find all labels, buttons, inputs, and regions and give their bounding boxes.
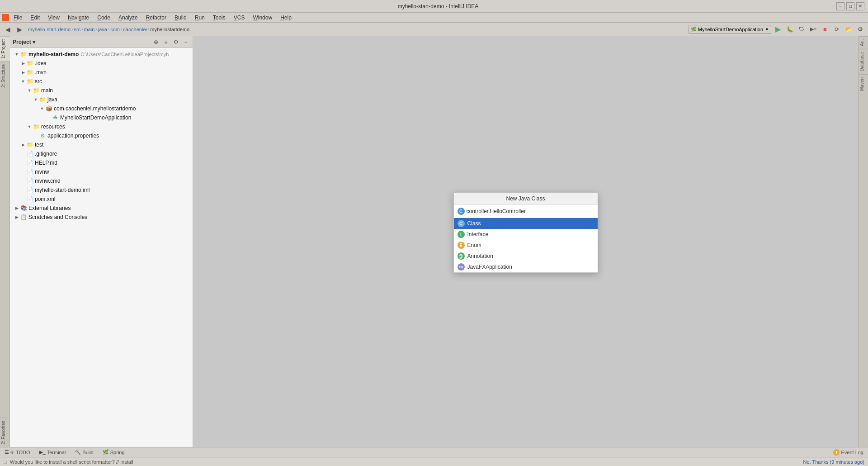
- menu-vcs[interactable]: VCS: [230, 14, 249, 22]
- new-class-name-input[interactable]: [467, 208, 594, 214]
- dialog-item-annotation[interactable]: @ Annotation: [454, 251, 598, 262]
- menu-refactor[interactable]: Refactor: [142, 14, 170, 22]
- window-title: myhello-start-demo - IntelliJ IDEA: [40, 3, 836, 10]
- project-locate-button[interactable]: ⊕: [152, 38, 160, 46]
- tree-item-mvnw[interactable]: 📄 mvnw: [10, 167, 193, 176]
- tree-item-package[interactable]: ▼ 📦 com.caochenlei.myhellostartdemo: [10, 104, 193, 113]
- todo-label: 6: TODO: [10, 450, 30, 455]
- tree-item-mvnw-cmd[interactable]: 📄 mvnw.cmd: [10, 176, 193, 185]
- tree-item-scratches[interactable]: ▶ 📋 Scratches and Consoles: [10, 213, 193, 222]
- tree-item-java[interactable]: ▼ 📁 java: [10, 95, 193, 104]
- sidebar-tab-project[interactable]: 1: Project: [0, 36, 10, 61]
- window-controls: ─ □ ✕: [836, 2, 864, 10]
- breadcrumb-project[interactable]: myhello-start-demo: [28, 27, 71, 32]
- menu-tools[interactable]: Tools: [209, 14, 229, 22]
- more-run-button[interactable]: ▶≡: [808, 24, 818, 34]
- dialog-item-class[interactable]: C Class: [454, 218, 598, 229]
- java-folder-icon: 📁: [39, 96, 46, 103]
- right-tab-database[interactable]: Database: [859, 49, 868, 74]
- tree-label-package: com.caochenlei.myhellostartdemo: [54, 105, 136, 112]
- tree-item-test[interactable]: ▶ 📁 test: [10, 140, 193, 149]
- dialog-item-javafx[interactable]: FX JavaFXApplication: [454, 262, 598, 272]
- arrow-package: ▼: [39, 106, 45, 111]
- menu-run[interactable]: Run: [191, 14, 208, 22]
- dialog-item-interface[interactable]: I Interface: [454, 229, 598, 240]
- close-button[interactable]: ✕: [856, 2, 864, 10]
- maximize-button[interactable]: □: [846, 2, 854, 10]
- menu-build[interactable]: Build: [171, 14, 190, 22]
- tree-item-src[interactable]: ▼ 📁 src: [10, 77, 193, 86]
- menu-file[interactable]: File: [10, 14, 26, 22]
- menu-help[interactable]: Help: [277, 14, 295, 22]
- stop-button[interactable]: ■: [820, 24, 830, 34]
- terminal-icon: ▶_: [39, 449, 46, 455]
- bottom-tab-todo[interactable]: ☰ 6: TODO: [3, 449, 32, 455]
- project-collapse-button[interactable]: ≡: [162, 38, 170, 46]
- left-side-tabs: 1: Project 2: Structure 2: Favorites: [0, 36, 10, 447]
- tree-item-ext-libs[interactable]: ▶ 📚 External Libraries: [10, 204, 193, 213]
- menu-view[interactable]: View: [44, 14, 63, 22]
- tree-item-pom[interactable]: 📄 pom.xml: [10, 195, 193, 204]
- open-file-button[interactable]: 📂: [844, 24, 854, 34]
- class-icon: C: [458, 220, 465, 227]
- class-label: Class: [467, 220, 481, 227]
- tree-item-resources[interactable]: ▼ 📁 resources: [10, 122, 193, 131]
- back-button[interactable]: ◀: [3, 24, 13, 34]
- breadcrumb: myhello-start-demo › src › main › java ›…: [26, 27, 687, 32]
- breadcrumb-caochenlei[interactable]: caochenlei: [123, 27, 147, 32]
- debug-button[interactable]: 🐛: [785, 24, 795, 34]
- bottom-tab-spring[interactable]: 🌿 Spring: [101, 449, 127, 455]
- tree-item-app[interactable]: ☘ MyhelloStartDemoApplication: [10, 113, 193, 122]
- arrow-scratches: ▶: [14, 215, 20, 219]
- spring-label: Spring: [110, 450, 125, 455]
- menu-edit[interactable]: Edit: [27, 14, 43, 22]
- event-log-icon: !: [833, 449, 840, 456]
- arrow-src: ▼: [20, 79, 26, 84]
- project-settings-button[interactable]: ⚙: [172, 38, 180, 46]
- status-no-thanks[interactable]: No, Thanks (9 minutes ago): [803, 459, 864, 465]
- tree-label-java: java: [47, 96, 57, 103]
- breadcrumb-java[interactable]: java: [98, 27, 107, 32]
- breadcrumb-main[interactable]: main: [84, 27, 95, 32]
- tree-item-iml[interactable]: 📄 myhello-start-demo.iml: [10, 185, 193, 195]
- dialog-item-enum[interactable]: E Enum: [454, 240, 598, 251]
- coverage-button[interactable]: 🛡: [797, 24, 807, 34]
- tree-item-gitignore[interactable]: 📄 .gitignore: [10, 149, 193, 158]
- enum-icon: E: [458, 242, 465, 249]
- tree-item-root[interactable]: ▼ 📁 myhello-start-demo C:\Users\CaoChenL…: [10, 50, 193, 59]
- menu-window[interactable]: Window: [249, 14, 276, 22]
- menu-analyze[interactable]: Analyze: [115, 14, 142, 22]
- javafx-label: JavaFXApplication: [467, 264, 512, 270]
- dialog-input-row: C: [454, 205, 598, 218]
- run-button[interactable]: ▶: [773, 24, 783, 34]
- project-hide-button[interactable]: −: [182, 38, 190, 46]
- tree-item-help[interactable]: 📄 HELP.md: [10, 158, 193, 167]
- main-folder-icon: 📁: [33, 87, 40, 94]
- breadcrumb-com[interactable]: com: [110, 27, 120, 32]
- tree-item-idea[interactable]: ▶ 📁 .idea: [10, 59, 193, 68]
- sidebar-tab-structure[interactable]: 2: Structure: [0, 61, 10, 90]
- menu-navigate[interactable]: Navigate: [64, 14, 93, 22]
- tree-item-props[interactable]: ⚙ application.properties: [10, 131, 193, 140]
- sidebar-tab-favorites[interactable]: 2: Favorites: [0, 418, 10, 447]
- right-tab-ant[interactable]: Ant: [859, 36, 868, 49]
- arrow-resources: ▼: [26, 124, 33, 129]
- annotation-label: Annotation: [467, 253, 493, 259]
- tree-item-main[interactable]: ▼ 📁 main: [10, 86, 193, 95]
- right-tab-maven[interactable]: Maven: [859, 74, 868, 94]
- new-java-class-dialog: New Java Class C C Class I Interface E E…: [453, 192, 598, 273]
- tree-label-mvnw-cmd: mvnw.cmd: [35, 178, 61, 184]
- settings-button[interactable]: ⚙: [855, 24, 865, 34]
- forward-button[interactable]: ◀: [14, 24, 24, 34]
- menu-code[interactable]: Code: [94, 14, 114, 22]
- bottom-tab-event-log[interactable]: ! Event Log: [831, 449, 865, 456]
- minimize-button[interactable]: ─: [836, 2, 844, 10]
- bottom-tab-build[interactable]: 🔨 Build: [73, 449, 95, 455]
- sync-button[interactable]: ⟳: [832, 24, 842, 34]
- run-config-label: MyhelloStartDemoApplication: [698, 27, 763, 32]
- package-icon: 📦: [45, 105, 52, 112]
- bottom-tab-terminal[interactable]: ▶_ Terminal: [38, 449, 68, 455]
- tree-item-mvn[interactable]: ▶ 📁 .mvn: [10, 68, 193, 77]
- run-config-selector[interactable]: 🌿 MyhelloStartDemoApplication ▼: [689, 25, 771, 34]
- breadcrumb-src[interactable]: src: [74, 27, 80, 32]
